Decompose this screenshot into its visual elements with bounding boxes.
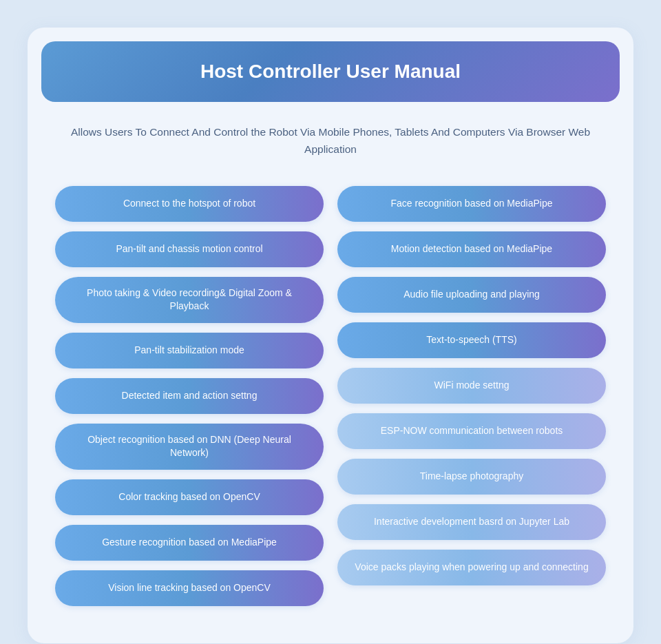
right-feature-btn-3[interactable]: Text-to-speech (TTS) xyxy=(337,322,606,358)
header-banner: Host Controller User Manual xyxy=(41,41,620,102)
left-feature-btn-2[interactable]: Photo taking & Video recording& Digital … xyxy=(55,277,324,323)
left-feature-btn-1[interactable]: Pan-tilt and chassis motion control xyxy=(55,231,324,267)
right-feature-btn-2[interactable]: Audio file uploading and playing xyxy=(337,277,606,313)
right-feature-btn-7[interactable]: Interactive development basrd on Jupyter… xyxy=(337,504,606,540)
left-feature-btn-8[interactable]: Vision line tracking based on OpenCV xyxy=(55,570,324,606)
features-grid: Connect to the hotspot of robotPan-tilt … xyxy=(28,186,633,606)
right-feature-btn-4[interactable]: WiFi mode settng xyxy=(337,368,606,404)
right-feature-btn-6[interactable]: Time-lapse photography xyxy=(337,459,606,495)
main-card: Host Controller User Manual Allows Users… xyxy=(28,28,633,643)
subtitle: Allows Users To Connect And Control the … xyxy=(48,117,613,165)
page-title: Host Controller User Manual xyxy=(69,61,592,83)
dots-container xyxy=(28,609,633,619)
right-feature-col: Face recognition based on MediaPipeMotio… xyxy=(337,186,606,606)
left-feature-btn-4[interactable]: Detected item and action settng xyxy=(55,378,324,414)
right-feature-btn-5[interactable]: ESP-NOW communication between robots xyxy=(337,413,606,449)
left-feature-col: Connect to the hotspot of robotPan-tilt … xyxy=(55,186,324,606)
left-feature-btn-3[interactable]: Pan-tilt stabilization mode xyxy=(55,333,324,368)
left-feature-btn-7[interactable]: Gesture recognition based on MediaPipe xyxy=(55,525,324,561)
right-feature-btn-8[interactable]: Voice packs playing when powering up and… xyxy=(337,550,606,585)
left-feature-btn-0[interactable]: Connect to the hotspot of robot xyxy=(55,186,324,222)
right-feature-btn-1[interactable]: Motion detection based on MediaPipe xyxy=(337,231,606,267)
right-feature-btn-0[interactable]: Face recognition based on MediaPipe xyxy=(337,186,606,222)
left-feature-btn-5[interactable]: Object recognition based on DNN (Deep Ne… xyxy=(55,424,324,470)
left-feature-btn-6[interactable]: Color tracking based on OpenCV xyxy=(55,479,324,515)
